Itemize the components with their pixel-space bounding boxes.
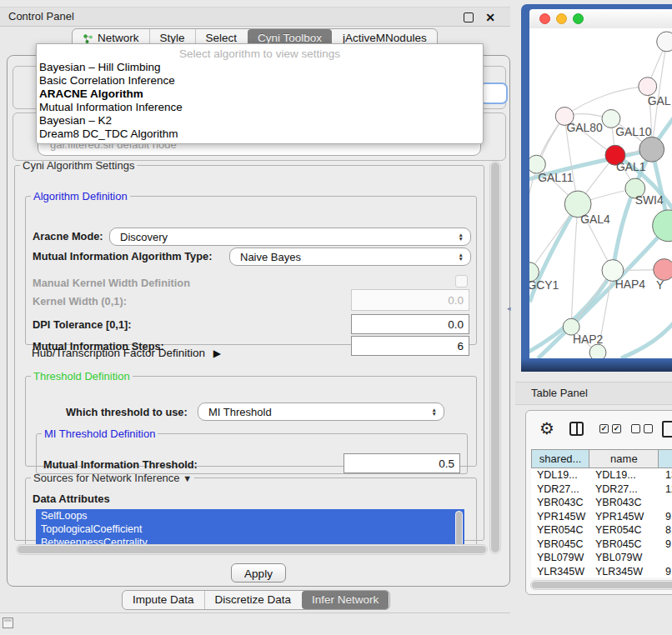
column-header-clipped[interactable] [659,450,672,468]
mi-threshold-field[interactable] [344,453,460,473]
network-node[interactable] [639,78,657,96]
table-cell: YBR043C [531,496,589,510]
collapse-right-arrow-icon[interactable]: ▶ [213,348,221,359]
table-row[interactable]: YBR043CYBR043C [531,496,672,510]
network-icon [83,33,93,44]
network-node[interactable] [639,137,664,162]
tab-infer-network[interactable]: Infer Network [302,591,389,609]
data-attributes-list[interactable]: SelfLoopsTopologicalCoefficientBetweenne… [36,509,464,548]
table-row[interactable]: YBL079WYBL079W [531,551,672,565]
dropdown-placeholder: Select algorithm to view settings [37,47,483,61]
table-row[interactable]: YLR345WYLR345W9. [531,565,672,578]
algorithm-option[interactable]: ARACNE Algorithm [37,88,483,101]
node-label: SWI4 [635,193,664,207]
attributes-list-scrollbar[interactable] [455,511,463,547]
tab-discretize-data[interactable]: Discretize Data [204,591,302,609]
table-cell: YDR27... [531,482,589,497]
network-node[interactable] [589,344,606,358]
table-cell: YDL19... [531,468,589,482]
threshold-definition-legend: Threshold Definition [31,370,133,382]
cyni-algorithm-settings-group: Cyni Algorithm Settings Algorithm Defini… [14,159,484,541]
aracne-mode-combobox[interactable]: Discovery ▲▼ [109,228,471,246]
settings-horizontal-scrollbar[interactable] [16,544,488,555]
hub-transcription-label: Hub/Transcription Factor Definition [32,347,205,359]
splitter-handle[interactable]: ◂ [507,304,511,312]
which-threshold-combobox[interactable]: MI Threshold ▲▼ [198,402,444,421]
mi-algorithm-type-combobox[interactable]: Naive Bayes ▲▼ [229,248,471,266]
mi-steps-field[interactable] [351,336,469,356]
table-horizontal-scrollbar[interactable] [530,580,672,590]
aracne-mode-value: Discovery [110,231,459,243]
table-cell: YLR345W [589,565,659,578]
node-table: shared... name YDL19...YDL19...13YDR27..… [531,449,672,578]
data-attribute-item[interactable]: SelfLoops [36,509,464,522]
algorithm-option[interactable]: Bayesian – Hill Climbing [37,61,483,74]
select-all-checkboxes-icon[interactable]: ✓✓ [599,424,621,433]
gear-icon[interactable]: ⚙ [539,418,554,438]
table-header: shared... name [531,449,672,468]
mi-threshold-legend: MI Threshold Definition [42,428,158,440]
table-cell: YDL19... [589,468,659,482]
apply-button[interactable]: Apply [231,563,286,582]
hub-transcription-section[interactable]: Hub/Transcription Factor Definition ▶ [32,347,221,359]
close-button[interactable] [539,13,550,24]
table-cell: YDR27... [589,482,659,497]
float-window-icon[interactable] [464,12,474,22]
collapse-down-arrow-icon[interactable]: ▼ [183,473,192,483]
deselect-all-checkboxes-icon[interactable] [631,424,653,433]
tab-impute-data[interactable]: Impute Data [123,591,204,609]
network-canvas-container[interactable]: GALGAL80GAL10GAL1GAL11SWI4GAL4GCY1HAP4YH… [529,28,672,358]
focused-combo-fragment[interactable] [479,82,508,104]
table-row[interactable]: YDL19...YDL19...13 [531,468,672,482]
kernel-width-label: Kernel Width (0,1): [33,295,127,308]
table-row[interactable]: YER054CYER054C8. [531,523,672,538]
table-cell [659,551,672,565]
minimize-button[interactable] [556,13,567,24]
network-node[interactable] [653,210,672,242]
data-attributes-label: Data Attributes [33,492,110,505]
table-cell: YER054C [589,523,659,538]
algorithm-definition-group: Algorithm Definition Aracne Mode: Discov… [25,190,477,345]
new-table-icon[interactable] [662,421,672,438]
algorithm-option[interactable]: Dream8 DC_TDC Algorithm [37,128,483,141]
tab-label: Discretize Data [215,591,292,609]
node-label: GAL80 [566,121,603,134]
control-panel-window: Control Panel ✕ Network Style Select Cyn… [0,7,510,613]
table-row[interactable]: YPR145WYPR145W9. [531,510,672,524]
table-cell: 9. [659,510,672,524]
table-cell: YBL079W [589,551,659,565]
table-cell [659,496,672,510]
algorithm-option[interactable]: Bayesian – K2 [37,114,483,128]
network-node[interactable] [654,259,672,281]
settings-vertical-scrollbar[interactable] [489,161,501,554]
network-nodes: GALGAL80GAL10GAL1GAL11SWI4GAL4GCY1HAP4YH… [529,32,672,358]
table-row[interactable]: YBR045CYBR045C9. [531,538,672,552]
cyni-algorithm-settings-legend: Cyni Algorithm Settings [20,159,137,172]
algorithm-option[interactable]: Basic Correlation Inference [37,74,483,88]
columns-icon[interactable] [569,422,584,436]
minimized-panel-icon[interactable] [3,618,13,628]
which-threshold-value: MI Threshold [198,406,432,418]
table-cell: YER054C [531,523,589,538]
network-node[interactable] [657,32,672,52]
column-header-name[interactable]: name [589,450,659,468]
node-label: HAP4 [615,278,646,291]
data-attribute-item[interactable]: TopologicalCoefficient [36,522,464,536]
table-cell: 8. [659,523,672,538]
mi-algorithm-type-label: Mutual Information Algorithm Type: [33,250,212,262]
threshold-definition-group: Threshold Definition Which threshold to … [25,370,477,467]
table-panel-title: Table Panel [531,382,588,404]
network-canvas[interactable]: GALGAL80GAL10GAL1GAL11SWI4GAL4GCY1HAP4YH… [529,28,672,358]
table-cell: 9. [659,565,672,578]
table-row[interactable]: YDR27...YDR27...12 [531,482,672,497]
table-cell: YPR145W [589,510,659,524]
kernel-width-field[interactable] [351,289,469,311]
close-icon[interactable]: ✕ [485,9,495,26]
dpi-tolerance-field[interactable] [351,314,469,334]
manual-kernel-width-checkbox[interactable] [455,275,468,288]
algorithm-option[interactable]: Mutual Information Inference [37,101,483,114]
screen: Control Panel ✕ Network Style Select Cyn… [0,0,672,635]
zoom-button[interactable] [573,13,584,24]
column-header-shared-name[interactable]: shared... [532,450,589,468]
table-cell: 12 [659,482,672,497]
